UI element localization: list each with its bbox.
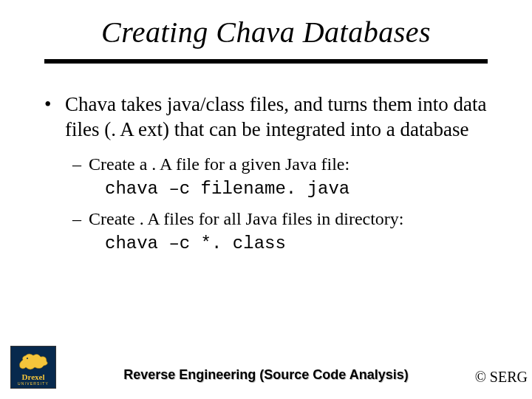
subbullet-2-text: Create . A files for all Java files in d… [89,209,404,228]
subbullet-1-text: Create a . A file for a given Java file: [89,154,349,174]
subbullet-1-code: chava –c filename. java [105,178,502,200]
slide-body: Chava takes java/class files, and turns … [44,92,502,270]
slide-title: Creating Chava Databases [0,15,532,50]
footer-title: Reverse Engineering (Source Code Analysi… [0,367,532,383]
title-underline [44,59,488,64]
subbullet-1: Create a . A file for a given Java file:… [72,153,502,200]
bullet-main: Chava takes java/class files, and turns … [44,92,502,255]
subbullet-2: Create . A files for all Java files in d… [72,208,502,255]
slide: Creating Chava Databases Chava takes jav… [0,0,532,399]
copyright: © SERG [475,369,528,386]
bullet-main-text: Chava takes java/class files, and turns … [65,93,487,140]
svg-point-0 [27,358,28,359]
subbullet-2-code: chava –c *. class [105,233,502,255]
